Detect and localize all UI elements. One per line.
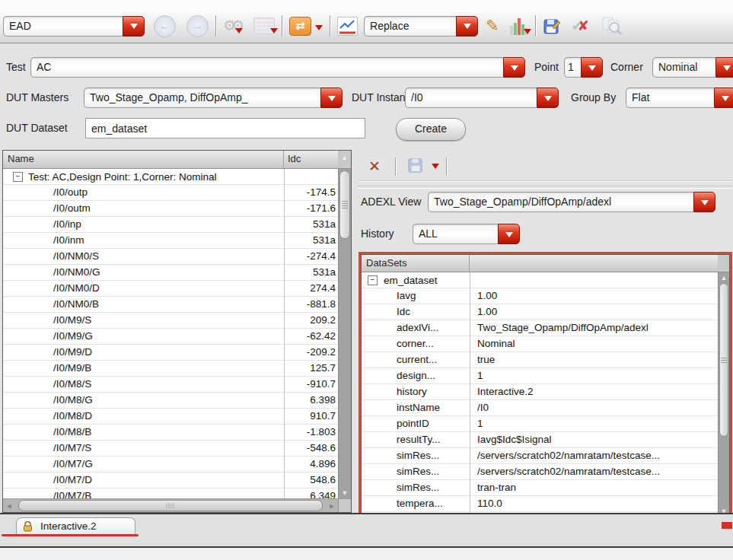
setup-table-button[interactable] <box>253 18 275 34</box>
plot-mode-combo-value[interactable]: Replace <box>364 16 456 37</box>
corner-combo-value[interactable]: Nominal <box>652 57 715 78</box>
group-row[interactable]: − em_dataset <box>362 272 718 288</box>
table-row[interactable]: /I0/M9/D-209.2 <box>3 345 338 361</box>
save-dataset-button[interactable] <box>407 157 424 177</box>
table-row[interactable]: /I0/M8/B-1.803 <box>3 425 338 441</box>
plot-mode-combo-button[interactable] <box>456 16 478 37</box>
table-row[interactable]: corner...Nominal <box>362 336 718 352</box>
delete-dataset-button[interactable]: ✕ <box>368 155 381 178</box>
dut-masters-combo-value[interactable]: Two_Stage_Opamp, DiffOpAmp_ <box>84 88 320 108</box>
table-row[interactable]: simRes...tran-tran <box>362 480 718 496</box>
signals-vertical-scrollbar[interactable]: ▼ <box>338 169 351 498</box>
point-combo-value[interactable]: 1 <box>564 57 581 78</box>
table-row[interactable]: /I0/M8/G6.398 <box>3 393 338 409</box>
table-row[interactable]: instName/I0 <box>362 400 718 416</box>
workspace-combo-value[interactable]: EAD <box>3 16 123 37</box>
tree-collapse-icon[interactable]: − <box>368 275 378 285</box>
point-combo[interactable]: 1 <box>564 57 603 78</box>
adexl-view-combo-value[interactable]: Two_Stage_Opamp/DiffOpAmp/adexl <box>428 192 693 212</box>
scrollbar-thumb[interactable] <box>339 170 350 239</box>
dut-instance-combo-value[interactable]: /I0 <box>405 88 537 108</box>
dut-dataset-input[interactable] <box>85 118 365 138</box>
test-combo-value[interactable]: AC <box>30 57 503 78</box>
table-row[interactable]: /I0/outm-171.6 <box>3 201 338 217</box>
table-row[interactable]: /I0/inp531a <box>3 217 338 233</box>
table-row[interactable]: simRes.../servers/scratch02/namratam/tes… <box>362 448 718 464</box>
corner-combo[interactable]: Nominal <box>652 57 733 78</box>
adexl-view-combo-button[interactable] <box>693 192 715 212</box>
scrollbar-thumb[interactable]: |||| <box>18 500 323 511</box>
check-results-button[interactable]: ✔✘ <box>572 17 589 35</box>
browse-results-button[interactable] <box>601 16 623 36</box>
setup-simulation-button[interactable]: ⚙⚙ <box>223 18 240 34</box>
save-setup-button[interactable] <box>543 17 561 35</box>
tree-collapse-icon[interactable]: − <box>13 172 23 182</box>
scroll-up-icon[interactable]: ▲ <box>719 274 729 282</box>
table-row[interactable]: /I0/M7/S-548.6 <box>3 441 338 457</box>
table-row[interactable]: /I0/M7/G4.896 <box>3 457 338 473</box>
table-row[interactable]: /I0/outp-174.5 <box>3 185 338 201</box>
table-row[interactable]: /I0/M9/S209.2 <box>3 313 338 329</box>
point-combo-button[interactable] <box>581 57 603 78</box>
group-by-combo-value[interactable]: Flat <box>626 88 714 108</box>
run-simulation-button[interactable]: ⇄ <box>289 17 311 36</box>
table-row[interactable]: /I0/NM0/G531a <box>3 265 338 281</box>
history-combo-value[interactable]: ALL <box>413 224 498 244</box>
scroll-down-icon[interactable]: ▼ <box>339 489 351 497</box>
table-row[interactable]: /I0/inm531a <box>3 233 338 249</box>
table-row[interactable]: pointID1 <box>362 416 718 432</box>
table-row[interactable]: /I0/NM0/D274.4 <box>3 281 338 297</box>
table-row[interactable]: adexlVi...Two_Stage_Opamp/DiffOpAmp/adex… <box>362 320 718 336</box>
dut-masters-combo[interactable]: Two_Stage_Opamp, DiffOpAmp_ <box>84 88 343 108</box>
scrollbar-thumb[interactable] <box>719 283 728 437</box>
table-row[interactable]: Iavg1.00 <box>362 288 718 304</box>
signals-horizontal-scrollbar[interactable]: ◄ |||| ► <box>3 499 338 512</box>
group-row[interactable]: − Test: AC,Design Point: 1,Corner: Nomin… <box>3 169 338 185</box>
table-row[interactable]: /I0/M9/B125.7 <box>3 361 338 377</box>
table-row[interactable]: /I0/M8/S-910.7 <box>3 377 338 393</box>
adexl-view-combo[interactable]: Two_Stage_Opamp/DiffOpAmp/adexl <box>428 192 715 212</box>
tab-interactive-2[interactable]: Interactive.2 <box>16 517 135 534</box>
history-combo[interactable]: ALL <box>413 224 520 244</box>
group-by-combo[interactable]: Flat <box>626 88 733 108</box>
edit-waveform-button[interactable]: ✎ <box>486 17 499 35</box>
table-row[interactable]: current...true <box>362 352 718 368</box>
workspace-combo[interactable]: EAD <box>3 16 145 37</box>
table-row[interactable]: /I0/M8/D910.7 <box>3 409 338 425</box>
back-button[interactable]: ← <box>154 15 176 37</box>
column-header-name[interactable]: Name <box>3 151 284 168</box>
scroll-right-icon[interactable]: ► <box>326 502 338 510</box>
scroll-left-icon[interactable]: ◄ <box>3 502 15 510</box>
table-row[interactable]: /I0/M7/D548.6 <box>3 473 338 488</box>
run-dropdown-icon[interactable] <box>315 25 323 34</box>
create-button[interactable]: Create <box>396 118 466 141</box>
table-row[interactable]: design...1 <box>362 368 718 384</box>
forward-button[interactable]: → <box>186 15 209 37</box>
table-row[interactable]: Idc1.00 <box>362 304 718 320</box>
datasets-vertical-scrollbar[interactable]: ▲ ▼ <box>718 272 729 517</box>
history-combo-button[interactable] <box>498 224 520 244</box>
corner-combo-button[interactable] <box>715 57 733 78</box>
histogram-button[interactable] <box>510 17 528 35</box>
plot-results-button[interactable] <box>337 17 358 36</box>
table-row[interactable]: /I0/NM0/S-274.4 <box>3 249 338 265</box>
dut-masters-combo-button[interactable] <box>320 88 343 108</box>
table-row[interactable]: resultTy...Iavg$Idc$Isignal <box>362 432 718 448</box>
test-combo[interactable]: AC <box>30 57 525 78</box>
column-header-idc[interactable]: Idc <box>284 151 338 168</box>
plot-mode-combo[interactable]: Replace <box>364 16 478 37</box>
table-row[interactable]: simRes.../servers/scratch02/namratam/tes… <box>362 464 718 480</box>
group-by-combo-button[interactable] <box>714 88 733 108</box>
column-header-datasets[interactable]: DataSets <box>362 255 470 272</box>
table-row[interactable]: /I0/M7/B6.349 <box>3 488 338 498</box>
table-row[interactable]: /I0/M9/G-62.42 <box>3 329 338 345</box>
save-dropdown-icon[interactable] <box>432 164 439 173</box>
dut-instance-combo[interactable]: /I0 <box>405 88 559 108</box>
test-combo-button[interactable] <box>503 57 525 78</box>
table-row[interactable]: historyInteractive.2 <box>362 384 718 400</box>
table-row[interactable]: /I0/NM0/B-881.8 <box>3 297 338 313</box>
table-row[interactable]: tempera...110.0 <box>362 496 718 512</box>
workspace-combo-button[interactable] <box>123 16 145 37</box>
dut-instance-combo-button[interactable] <box>537 88 559 108</box>
scroll-up-icon[interactable]: ▲ <box>338 151 351 168</box>
